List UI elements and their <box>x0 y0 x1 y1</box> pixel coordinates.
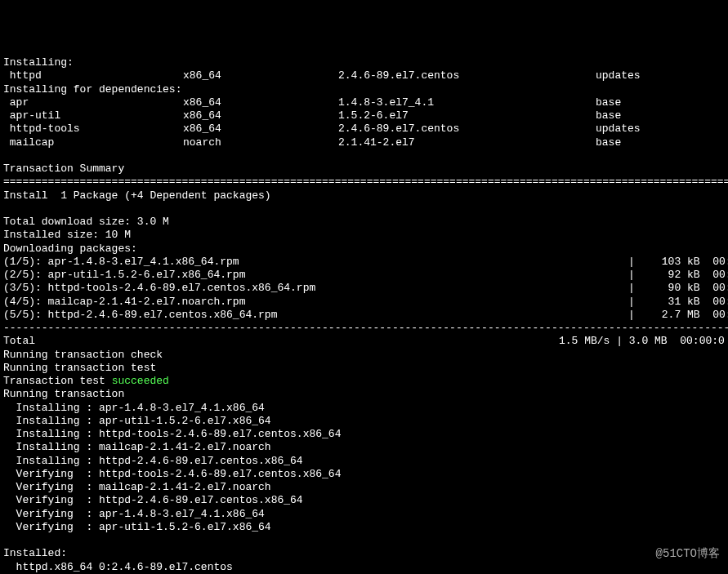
install-step: Installing : httpd-2.4.6-89.el7.centos.x… <box>3 455 728 468</box>
install-step: Verifying : httpd-tools-2.4.6-89.el7.cen… <box>3 468 728 481</box>
package-row: httpd-toolsx86_642.4.6-89.el7.centosupda… <box>3 122 728 136</box>
blank <box>3 202 728 216</box>
blank <box>3 149 728 162</box>
install-step: Verifying : apr-util-1.5.2-6.el7.x86_64 <box>3 521 728 534</box>
download-row: (4/5): mailcap-2.1.41-2.el7.noarch.rpm| … <box>3 296 728 309</box>
running-test: Running transaction test <box>3 362 728 375</box>
install-step: Installing : apr-util-1.5.2-6.el7.x86_64 <box>3 415 728 428</box>
terminal-output[interactable]: Installing: httpdx86_642.4.6-89.el7.cent… <box>3 56 728 574</box>
download-row: (1/5): apr-1.4.8-3.el7_4.1.x86_64.rpm| 1… <box>3 256 728 269</box>
succeeded-text: succeeded <box>112 375 169 387</box>
install-step: Installing : httpd-tools-2.4.6-89.el7.ce… <box>3 428 728 441</box>
package-row: aprx86_641.4.8-3.el7_4.1base <box>3 96 728 109</box>
separator-double: ========================================… <box>3 176 728 189</box>
installing-deps-header: Installing for dependencies: <box>3 83 728 96</box>
installed-pkg: httpd.x86_64 0:2.4.6-89.el7.centos <box>3 561 728 574</box>
txn-test-result: Transaction test succeeded <box>3 375 728 388</box>
download-row: (3/5): httpd-tools-2.4.6-89.el7.centos.x… <box>3 282 728 295</box>
installed-label: Installed: <box>3 547 728 560</box>
blank <box>3 534 728 547</box>
running-check: Running transaction check <box>3 349 728 362</box>
total-row: Total1.5 MB/s | 3.0 MB 00:00:0 <box>3 335 728 348</box>
installing-header: Installing: <box>3 56 728 69</box>
downloading-label: Downloading packages: <box>3 243 728 256</box>
download-row: (2/5): apr-util-1.5.2-6.el7.x86_64.rpm| … <box>3 269 728 282</box>
package-row: httpdx86_642.4.6-89.el7.centosupdates <box>3 69 728 82</box>
download-row: (5/5): httpd-2.4.6-89.el7.centos.x86_64.… <box>3 309 728 322</box>
install-count: Install 1 Package (+4 Dependent packages… <box>3 189 728 202</box>
install-step: Installing : apr-1.4.8-3.el7_4.1.x86_64 <box>3 402 728 415</box>
download-size: Total download size: 3.0 M <box>3 216 728 229</box>
running-txn: Running transaction <box>3 388 728 401</box>
separator-dash: ----------------------------------------… <box>3 322 728 335</box>
package-row: apr-utilx86_641.5.2-6.el7base <box>3 109 728 122</box>
installed-size: Installed size: 10 M <box>3 229 728 242</box>
package-row: mailcapnoarch2.1.41-2.el7base <box>3 136 728 149</box>
install-step: Verifying : apr-1.4.8-3.el7_4.1.x86_64 <box>3 508 728 521</box>
install-step: Installing : mailcap-2.1.41-2.el7.noarch <box>3 441 728 454</box>
txn-summary-label: Transaction Summary <box>3 162 728 176</box>
install-step: Verifying : httpd-2.4.6-89.el7.centos.x8… <box>3 494 728 507</box>
install-step: Verifying : mailcap-2.1.41-2.el7.noarch <box>3 481 728 494</box>
watermark: @51CTO博客 <box>656 547 720 562</box>
